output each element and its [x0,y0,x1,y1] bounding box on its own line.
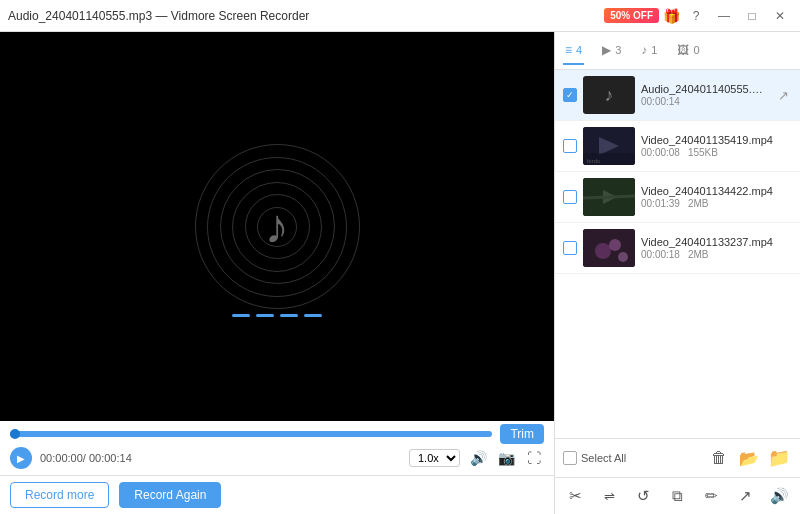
record-more-button[interactable]: Record more [10,482,109,508]
music-note-icon: ♪ [265,199,289,254]
bottom-toolbar: ✂ ⇌ ↺ ⧉ ✏ ↗ 🔊 [555,477,800,514]
file-checkbox-2[interactable] [563,139,577,153]
tab-video[interactable]: ▶ 3 [600,37,623,65]
tab-audio[interactable]: ♪ 1 [639,37,659,65]
playback-row: ▶ 00:00:00/ 00:00:14 1.0x 0.5x 1.5x 2.0x… [10,445,544,471]
trim-button[interactable]: Trim [500,424,544,444]
file-size-4: 2MB [688,249,709,260]
tab-audio-count: 1 [651,44,657,56]
file-info-1: Audio_240401140555.mp3 00:00:14 [641,83,768,107]
main-container: ♪ Trim ▶ 00:00:00/ 00:00:14 [0,32,800,514]
audio-dashes [232,314,322,317]
file-thumb-1: ♪ [583,76,635,114]
open-icon[interactable]: 📁 [766,445,792,471]
help-icon[interactable]: ? [684,6,708,26]
video-display: ♪ [0,32,554,421]
minimize-button[interactable]: — [712,6,736,26]
title-bar-left: Audio_240401140555.mp3 — Vidmore Screen … [8,9,309,23]
file-info-4: Video_240401133237.mp4 00:00:18 2MB [641,236,792,260]
file-duration-4: 00:00:18 [641,249,680,260]
file-size-2: 155KB [688,147,718,158]
video-thumb-4 [583,229,635,267]
player-area: ♪ Trim ▶ 00:00:00/ 00:00:14 [0,32,554,514]
play-button[interactable]: ▶ [10,447,32,469]
folder-icon[interactable]: 📂 [736,445,762,471]
tab-image-count: 0 [693,44,699,56]
audio-thumb: ♪ [583,76,635,114]
file-item[interactable]: Video_240401134422.mp4 00:01:39 2MB [555,172,800,223]
audio-tool-icon[interactable]: 🔊 [766,482,792,510]
svg-point-11 [618,252,628,262]
bottom-bar: Select All 🗑 📂 📁 [555,438,800,477]
video-thumb-2: birds [583,127,635,165]
progress-bar-container[interactable]: Trim [10,427,544,441]
svg-point-9 [595,243,611,259]
right-panel: ≡ 4 ▶ 3 ♪ 1 🖼 0 ✓ ♪ [554,32,800,514]
adjust-tool-icon[interactable]: ⇌ [597,482,623,510]
file-item[interactable]: birds Video_240401135419.mp4 00:00:08 15… [555,121,800,172]
file-checkbox-4[interactable] [563,241,577,255]
tab-image[interactable]: 🖼 0 [675,37,701,65]
file-name-4: Video_240401133237.mp4 [641,236,792,248]
file-checkbox-1[interactable]: ✓ [563,88,577,102]
camera-icon[interactable]: 📷 [496,448,516,468]
dash-2 [256,314,274,317]
svg-text:birds: birds [587,158,600,164]
time-display: 00:00:00/ 00:00:14 [40,452,132,464]
copy-tool-icon[interactable]: ⧉ [665,482,691,510]
volume-icon[interactable]: 🔊 [468,448,488,468]
file-name-1: Audio_240401140555.mp3 [641,83,768,95]
player-controls: Trim ▶ 00:00:00/ 00:00:14 1.0x 0.5x 1.5x… [0,421,554,475]
file-info-3: Video_240401134422.mp4 00:01:39 2MB [641,185,792,209]
action-row: Record more Record Again [0,475,554,514]
gift-icon[interactable]: 🎁 [663,8,680,24]
tab-all-icon: ≡ [565,43,572,57]
file-duration-2: 00:00:08 [641,147,680,158]
file-meta-2: 00:00:08 155KB [641,147,792,158]
file-duration-1: 00:00:14 [641,96,680,107]
rotate-tool-icon[interactable]: ↺ [631,482,657,510]
fullscreen-icon[interactable]: ⛶ [524,448,544,468]
file-checkbox-3[interactable] [563,190,577,204]
edit-tool-icon[interactable]: ✏ [698,482,724,510]
app-title: Audio_240401140555.mp3 — Vidmore Screen … [8,9,309,23]
promo-badge: 50% OFF [604,8,659,23]
file-share-1[interactable]: ↗ [774,86,792,104]
progress-thumb[interactable] [10,429,20,439]
close-button[interactable]: ✕ [768,6,792,26]
dash-1 [232,314,250,317]
speed-select[interactable]: 1.0x 0.5x 1.5x 2.0x [409,449,460,467]
file-info-2: Video_240401135419.mp4 00:00:08 155KB [641,134,792,158]
cut-tool-icon[interactable]: ✂ [563,482,589,510]
file-thumb-3 [583,178,635,216]
tabs-row: ≡ 4 ▶ 3 ♪ 1 🖼 0 [555,32,800,70]
file-list: ✓ ♪ Audio_240401140555.mp3 00:00:14 ↗ [555,70,800,438]
tab-video-count: 3 [615,44,621,56]
file-meta-3: 00:01:39 2MB [641,198,792,209]
delete-icon[interactable]: 🗑 [706,445,732,471]
file-name-2: Video_240401135419.mp4 [641,134,792,146]
video-thumb-3 [583,178,635,216]
music-visual: ♪ [177,127,377,327]
share-tool-icon[interactable]: ↗ [732,482,758,510]
title-bar-right: 50% OFF 🎁 ? — □ ✕ [604,6,792,26]
tab-audio-icon: ♪ [641,43,647,57]
select-all-checkbox[interactable] [563,451,577,465]
file-meta-1: 00:00:14 [641,96,768,107]
progress-track[interactable] [10,431,492,437]
select-all-label: Select All [581,452,626,464]
file-size-3: 2MB [688,198,709,209]
file-item[interactable]: ✓ ♪ Audio_240401140555.mp3 00:00:14 ↗ [555,70,800,121]
file-item[interactable]: Video_240401133237.mp4 00:00:18 2MB [555,223,800,274]
tab-all[interactable]: ≡ 4 [563,37,584,65]
tab-all-count: 4 [576,44,582,56]
svg-point-10 [609,239,621,251]
file-meta-4: 00:00:18 2MB [641,249,792,260]
svg-line-7 [583,196,635,198]
record-again-button[interactable]: Record Again [119,482,221,508]
file-name-3: Video_240401134422.mp4 [641,185,792,197]
title-bar: Audio_240401140555.mp3 — Vidmore Screen … [0,0,800,32]
maximize-button[interactable]: □ [740,6,764,26]
file-thumb-2: birds [583,127,635,165]
file-duration-3: 00:01:39 [641,198,680,209]
